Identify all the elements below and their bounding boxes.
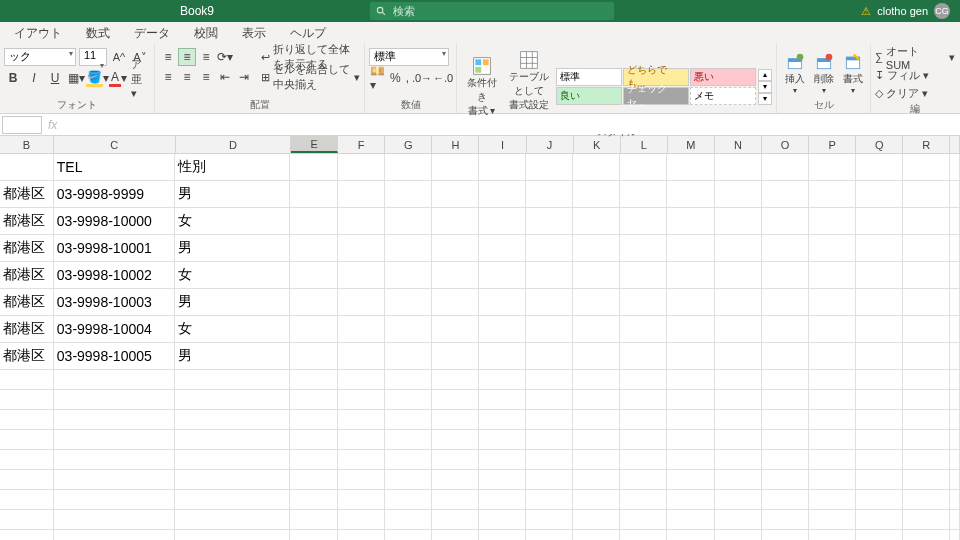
cell[interactable] [903,235,950,262]
cell[interactable] [715,370,762,390]
cell[interactable] [856,181,903,208]
cell[interactable] [667,289,714,316]
cell[interactable] [479,410,526,430]
cell[interactable] [762,510,809,530]
table-row[interactable]: TEL性別 [0,154,960,181]
conditional-format-button[interactable]: 条件付き 書式 ▾ [461,54,502,120]
cell[interactable] [338,208,385,235]
cell[interactable] [856,410,903,430]
table-row[interactable]: 都港区03-9998-10000女 [0,208,960,235]
cell[interactable] [432,343,479,370]
column-header-P[interactable]: P [809,136,856,153]
cell[interactable] [0,470,54,490]
cell[interactable] [54,370,176,390]
cell[interactable] [290,530,337,540]
cell[interactable] [479,430,526,450]
table-row[interactable]: 都港区03-9998-10005男 [0,343,960,370]
cell[interactable] [338,470,385,490]
dec-decimal-icon[interactable]: ←.0 [434,69,452,87]
cell[interactable]: 03-9998-10000 [54,208,176,235]
cell[interactable] [54,510,176,530]
cell[interactable] [573,289,620,316]
cell[interactable] [338,289,385,316]
cell[interactable] [290,470,337,490]
cell[interactable] [526,410,573,430]
column-header-I[interactable]: I [479,136,526,153]
table-row[interactable]: 都港区03-9998-9999男 [0,181,960,208]
cell[interactable] [715,510,762,530]
cell[interactable] [479,343,526,370]
cell[interactable] [762,370,809,390]
cell[interactable] [762,430,809,450]
cell[interactable] [338,390,385,410]
cell[interactable] [809,154,856,181]
table-row[interactable]: 都港区03-9998-10002女 [0,262,960,289]
comma-icon[interactable]: , [405,69,410,87]
cell[interactable] [856,490,903,510]
currency-icon[interactable]: 💴▾ [369,69,386,87]
cell[interactable] [0,370,54,390]
cell[interactable] [856,289,903,316]
cell[interactable] [762,490,809,510]
cell[interactable] [903,470,950,490]
cell[interactable] [526,316,573,343]
cell[interactable] [175,490,290,510]
cell[interactable] [762,343,809,370]
cell[interactable] [715,181,762,208]
cell[interactable] [620,430,667,450]
cell[interactable] [432,289,479,316]
cell[interactable] [479,510,526,530]
style-good[interactable]: 良い [556,87,622,105]
cell[interactable] [809,343,856,370]
cell[interactable] [432,450,479,470]
cell[interactable] [903,510,950,530]
cell[interactable] [338,181,385,208]
cell[interactable] [479,390,526,410]
autosum-button[interactable]: ∑ オート SUM ▾ [875,48,955,66]
tab-layout[interactable]: イアウト [2,22,74,44]
cell[interactable] [620,154,667,181]
cell[interactable] [385,510,432,530]
cell[interactable] [0,410,54,430]
italic-button[interactable]: I [25,69,43,87]
cell[interactable] [667,316,714,343]
cell[interactable] [526,370,573,390]
cell[interactable] [715,430,762,450]
cell[interactable] [809,208,856,235]
cell[interactable] [573,262,620,289]
cell[interactable] [338,410,385,430]
cell[interactable] [573,470,620,490]
cell[interactable] [526,430,573,450]
cell[interactable] [338,370,385,390]
cell[interactable] [667,181,714,208]
align-right-icon[interactable]: ≡ [197,68,215,86]
cell[interactable] [809,490,856,510]
cell[interactable] [54,490,176,510]
cell[interactable] [526,154,573,181]
cell[interactable]: 男 [175,181,290,208]
table-row[interactable] [0,430,960,450]
orientation-icon[interactable]: ⟳▾ [216,48,234,66]
cell[interactable]: 03-9998-10004 [54,316,176,343]
cell[interactable] [290,390,337,410]
cell[interactable] [903,154,950,181]
cell[interactable] [338,154,385,181]
cell[interactable] [667,208,714,235]
cell[interactable] [573,208,620,235]
cell[interactable] [809,450,856,470]
gallery-scroll[interactable]: ▴ ▾ ▾ [758,69,772,105]
cell[interactable] [856,343,903,370]
cell[interactable] [385,262,432,289]
column-header-L[interactable]: L [621,136,668,153]
cell[interactable] [762,235,809,262]
cell[interactable] [385,370,432,390]
cell[interactable] [620,262,667,289]
cell[interactable] [526,343,573,370]
cell[interactable] [715,262,762,289]
cell[interactable] [385,343,432,370]
cell[interactable]: 都港区 [0,235,54,262]
column-header-H[interactable]: H [432,136,479,153]
formula-input[interactable] [63,116,960,134]
cell[interactable] [620,530,667,540]
cell[interactable] [573,316,620,343]
